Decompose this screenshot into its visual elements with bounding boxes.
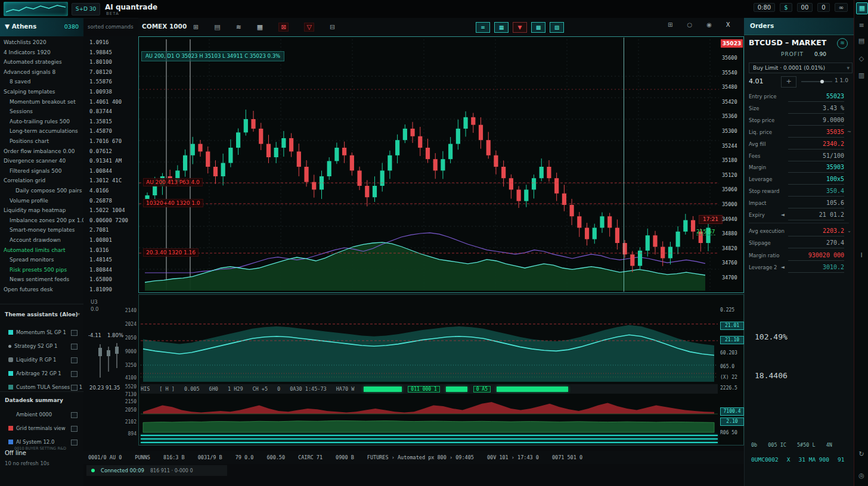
sidebar-item[interactable]: Long-term accumulations bbox=[10, 128, 89, 137]
panel-b-item[interactable]: Ambient 0000 bbox=[8, 412, 52, 418]
panel-b-item[interactable]: Grid terminals view bbox=[8, 425, 66, 431]
clipboard-icon[interactable]: ⊞ bbox=[193, 23, 199, 31]
order-row[interactable]: Leverage 2◄3010.2 bbox=[749, 263, 849, 274]
rail-ibeam-icon[interactable]: I bbox=[856, 250, 867, 261]
copy-icon[interactable] bbox=[71, 426, 78, 432]
timeframe-button[interactable]: ≡ bbox=[476, 22, 490, 33]
panel-a-item[interactable]: Liquidity R GP 1 bbox=[8, 357, 57, 363]
left-arrow-icon[interactable]: ◄ bbox=[781, 212, 785, 217]
sidebar-item[interactable]: News sentiment feeds bbox=[10, 276, 89, 285]
sidebar-item[interactable]: Smart-money templates bbox=[10, 227, 89, 236]
rail-ghost-icon[interactable]: ◇ bbox=[856, 54, 867, 64]
panel-a-item[interactable]: Arbitrage 72 GP 1 bbox=[8, 370, 61, 376]
indicator-section[interactable] bbox=[138, 294, 744, 446]
sidebar-item[interactable]: Auto-trailing rules 500 bbox=[10, 119, 89, 127]
infinity-icon[interactable]: ∞ bbox=[835, 3, 848, 12]
volume-slider[interactable] bbox=[801, 81, 832, 82]
order-type-dropdown[interactable]: Buy Limit · 0.0001 (0.01%) ▾ bbox=[749, 63, 852, 73]
rail-chart-button[interactable]: ▦ bbox=[856, 2, 868, 14]
order-row[interactable]: Avg execution2203.2⌄ bbox=[749, 226, 849, 238]
footer-action[interactable]: X bbox=[787, 456, 790, 463]
rail-refresh-icon[interactable]: ↻ bbox=[856, 449, 867, 460]
rail-panel-icon[interactable]: ▤ bbox=[856, 36, 867, 46]
draw-icon[interactable]: ≋ bbox=[236, 23, 241, 31]
rail-list-icon[interactable]: ≡ bbox=[856, 20, 867, 31]
sidebar-item[interactable]: Watchlists 2020 bbox=[4, 39, 83, 48]
copy-icon[interactable] bbox=[71, 412, 78, 418]
copy-icon[interactable] bbox=[71, 357, 78, 363]
dollar-icon[interactable]: $ bbox=[780, 3, 792, 12]
panel-a-item[interactable]: Momentum SL GP 1 bbox=[8, 329, 66, 335]
panel-a-item[interactable]: Strategy S2 GP 1 bbox=[8, 343, 57, 349]
order-line-label[interactable]: 20.3.40 1320 1.16 bbox=[143, 248, 199, 257]
order-row[interactable]: Impact105.6 bbox=[749, 198, 849, 210]
left-arrow-icon[interactable]: ◄ bbox=[781, 264, 785, 270]
target-icon[interactable]: + bbox=[781, 76, 796, 88]
sidebar-item[interactable]: Order flow imbalance 0.00 bbox=[4, 148, 83, 157]
order-row[interactable]: Expiry◄21 01.2 bbox=[749, 210, 849, 222]
copy-icon[interactable] bbox=[71, 440, 78, 446]
sidebar-item[interactable]: Spread monitors bbox=[10, 257, 89, 266]
histogram-panel[interactable] bbox=[141, 394, 718, 415]
order-row[interactable]: Size3.43 % bbox=[749, 104, 849, 115]
symbol-info-icon[interactable]: ≋ bbox=[837, 38, 848, 49]
order-line-label[interactable]: 10320+40 1320 1.0 bbox=[143, 199, 203, 207]
order-row[interactable]: Leverage100x5 bbox=[749, 175, 849, 186]
order-panel-header[interactable]: Orders bbox=[744, 18, 854, 35]
volume-value[interactable]: 4.01 bbox=[749, 77, 764, 85]
green-area-panel[interactable] bbox=[141, 415, 718, 433]
sidebar-item[interactable]: Volume profile bbox=[10, 198, 89, 207]
sidebar-item[interactable]: Filtered signals 500 bbox=[10, 168, 89, 177]
timeframe-button[interactable]: ▩ bbox=[531, 22, 545, 33]
panel-collapse-icon[interactable]: ▾ bbox=[78, 311, 80, 317]
sidebar-item[interactable]: Liquidity map heatmap bbox=[4, 207, 83, 216]
sidebar-item[interactable]: Sessions bbox=[10, 108, 89, 117]
window-close-icon[interactable]: X bbox=[726, 21, 730, 28]
footer-action[interactable]: 91 bbox=[838, 456, 844, 463]
market-watch-header[interactable]: ▼ Athens 0380 bbox=[0, 18, 83, 38]
sidebar-item[interactable]: Correlation grid bbox=[4, 177, 83, 186]
order-row[interactable]: Margin ratio930020 000 bbox=[749, 251, 849, 262]
row-trail-icon[interactable]: ~ bbox=[847, 129, 851, 135]
sidebar-item[interactable]: Account drawdown bbox=[10, 237, 89, 246]
sidebar-item[interactable]: Automated strategies bbox=[4, 59, 83, 68]
sidebar-item[interactable]: 8 saved bbox=[10, 79, 89, 88]
copy-icon[interactable] bbox=[71, 344, 78, 350]
sidebar-item[interactable]: Risk presets 500 pips bbox=[10, 267, 89, 276]
rail-layout-icon[interactable]: ▥ bbox=[856, 70, 867, 81]
order-row[interactable]: Avg fill2340.2 bbox=[749, 139, 849, 151]
timeframe-button[interactable]: ▦ bbox=[494, 22, 509, 33]
timeframe-button[interactable]: ▨ bbox=[550, 22, 564, 33]
sidebar-item[interactable]: Divergence scanner 40 bbox=[4, 158, 83, 167]
footer-action[interactable]: 31 MA 900 bbox=[799, 456, 829, 463]
window-restore-icon[interactable]: ◉ bbox=[706, 21, 712, 28]
funnel-icon[interactable]: ▽ bbox=[304, 23, 314, 32]
footer-action[interactable]: 0UMC0002 bbox=[751, 456, 779, 463]
sidebar-item[interactable]: Imbalance zones 200 px 1.0 bbox=[10, 217, 89, 226]
minus-box-icon[interactable]: ⊟ bbox=[330, 23, 335, 31]
order-line-label[interactable]: AU 200 413 P63 4.0 bbox=[143, 178, 203, 186]
sidebar-item[interactable]: Momentum breakout set bbox=[10, 99, 89, 108]
order-row[interactable]: Liq. price35035~ bbox=[749, 127, 849, 139]
order-row[interactable]: Margin35903 bbox=[749, 163, 849, 174]
oscillator-panel[interactable] bbox=[141, 306, 718, 383]
candlestick-chart[interactable] bbox=[139, 37, 719, 292]
order-row[interactable]: Stop price9.0000 bbox=[749, 116, 849, 127]
book-icon[interactable]: ▤ bbox=[214, 23, 220, 31]
template-icon[interactable]: ▦ bbox=[257, 23, 263, 31]
alert-icon[interactable]: ⊠ bbox=[278, 23, 289, 32]
timeframe-button[interactable]: ▼ bbox=[513, 22, 527, 33]
panel-b-item[interactable]: AI System 12.0 bbox=[8, 439, 54, 445]
main-chart-area[interactable] bbox=[138, 36, 744, 293]
sidebar-item[interactable]: Open futures desk bbox=[4, 286, 83, 295]
sidebar-item[interactable]: Advanced signals 8 bbox=[4, 69, 83, 78]
slider-knob[interactable] bbox=[820, 80, 824, 83]
rail-power-icon[interactable]: ◎ bbox=[856, 471, 867, 481]
order-row[interactable]: Fees51/100 bbox=[749, 151, 849, 163]
sidebar-item[interactable]: 4 Indicators 1920 bbox=[4, 49, 83, 58]
volume-max[interactable]: 1 1.0 bbox=[835, 77, 848, 83]
sidebar-item[interactable]: Scalping templates bbox=[4, 89, 83, 98]
order-row[interactable]: Stop reward350.4 bbox=[749, 186, 849, 198]
sidebar-item[interactable]: Positions chart bbox=[10, 138, 89, 147]
order-row[interactable]: Entry price55023 bbox=[749, 92, 849, 103]
